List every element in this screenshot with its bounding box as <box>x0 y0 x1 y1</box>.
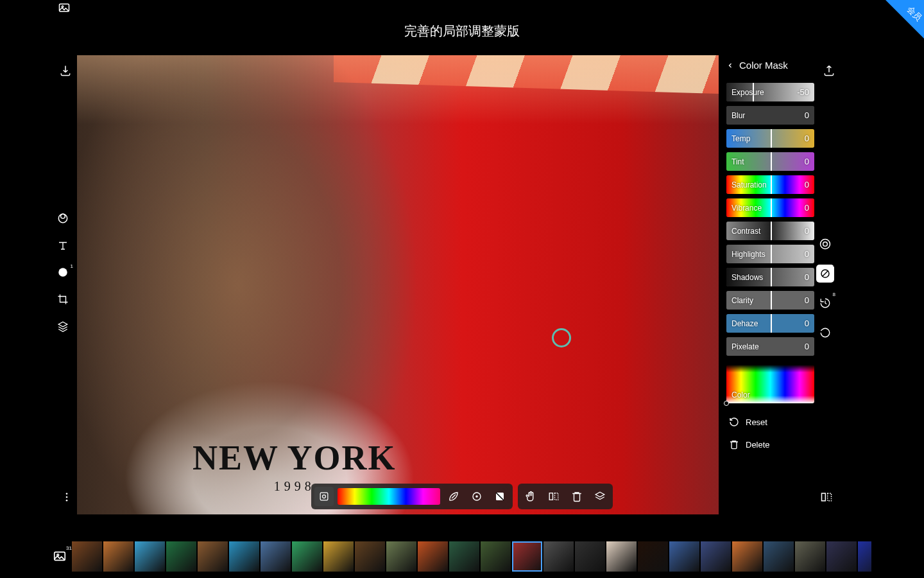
color-sample-point[interactable] <box>552 328 571 347</box>
color-picker-handle[interactable] <box>724 401 729 406</box>
slider-tint[interactable]: Tint0 <box>726 152 814 171</box>
slider-shadows[interactable]: Shadows0 <box>726 268 814 286</box>
thumbnail[interactable] <box>198 541 228 572</box>
split-view-icon[interactable] <box>819 489 834 505</box>
slider-exposure[interactable]: Exposure-50 <box>726 83 814 101</box>
slider-label: Vibrance <box>732 204 762 213</box>
slider-pixelate[interactable]: Pixelate0 <box>726 337 814 356</box>
thumbnail-strip: 31 <box>53 541 871 572</box>
slider-value: 0 <box>805 134 809 143</box>
thumbnail[interactable] <box>261 541 291 572</box>
thumbnail[interactable] <box>512 541 542 572</box>
slider-saturation[interactable]: Saturation0 <box>726 175 814 194</box>
crop-tool-icon[interactable] <box>55 292 71 307</box>
svg-point-13 <box>66 493 68 495</box>
slider-dehaze[interactable]: Dehaze0 <box>726 314 814 333</box>
thumbnail[interactable] <box>449 541 479 572</box>
slider-marker <box>771 222 772 240</box>
face-tool-icon[interactable]: 1 <box>55 265 71 280</box>
thumbnail[interactable] <box>575 541 605 572</box>
thumbnail[interactable] <box>606 541 637 572</box>
slider-value: 0 <box>805 249 809 259</box>
thumbnail[interactable] <box>386 541 416 572</box>
svg-point-15 <box>66 500 68 502</box>
hand-tool-icon[interactable] <box>521 487 540 506</box>
slider-value: 0 <box>805 180 809 189</box>
point-tool-icon[interactable] <box>467 487 486 506</box>
image-canvas[interactable]: NEW YORK 1998 <box>77 55 719 514</box>
thumbnail[interactable] <box>764 541 794 572</box>
slider-clarity[interactable]: Clarity0 <box>726 291 814 310</box>
layers-tool-icon[interactable] <box>590 487 610 506</box>
slider-label: Dehaze <box>732 319 758 328</box>
color-tool-group <box>311 484 513 509</box>
trash-tool-icon[interactable] <box>567 487 586 506</box>
slider-vibrance[interactable]: Vibrance0 <box>726 198 814 217</box>
thumbnail[interactable] <box>732 541 762 572</box>
slider-marker <box>771 268 772 286</box>
svg-rect-6 <box>320 493 328 500</box>
history-icon[interactable]: 8 <box>816 294 834 312</box>
invert-tool-icon[interactable] <box>490 487 509 506</box>
library-button[interactable]: 31 <box>53 549 67 563</box>
thumbnail[interactable] <box>543 541 574 572</box>
thumbnail[interactable] <box>355 541 385 572</box>
slider-temp[interactable]: Temp0 <box>726 129 814 148</box>
svg-rect-12 <box>555 493 558 500</box>
reset-button[interactable]: Reset <box>726 413 814 431</box>
slider-marker <box>771 314 772 333</box>
slider-value: 0 <box>805 110 809 120</box>
slider-value: 0 <box>805 342 809 351</box>
library-icon[interactable] <box>56 0 72 15</box>
thumbnail[interactable] <box>323 541 354 572</box>
slider-value: 0 <box>805 272 809 282</box>
slider-label: Pixelate <box>732 342 759 351</box>
text-tool-icon[interactable] <box>55 238 71 253</box>
undo-icon[interactable] <box>816 324 834 342</box>
thumbnail[interactable] <box>669 541 699 572</box>
bottom-toolbar <box>311 484 613 509</box>
thumbnail[interactable] <box>481 541 511 572</box>
eyedropper-tool-icon[interactable] <box>314 487 334 506</box>
thumbnail[interactable] <box>103 541 133 572</box>
svg-rect-17 <box>828 493 832 501</box>
thumbnail[interactable] <box>638 541 668 572</box>
canvas-tool-group <box>518 484 613 509</box>
slider-contrast[interactable]: Contrast0 <box>726 222 814 240</box>
color-picker[interactable]: Color <box>726 365 814 403</box>
more-menu-icon[interactable] <box>59 489 74 505</box>
svg-point-7 <box>323 495 326 498</box>
slider-marker <box>771 198 772 217</box>
thumbnail[interactable] <box>701 541 731 572</box>
hue-spectrum-slider[interactable] <box>338 488 440 505</box>
slider-blur[interactable]: Blur0 <box>726 106 814 125</box>
thumbnail[interactable] <box>135 541 165 572</box>
thumbnail[interactable] <box>72 541 102 572</box>
thumbnail[interactable] <box>292 541 322 572</box>
svg-point-2 <box>58 268 67 277</box>
compare-tool-icon[interactable] <box>544 487 563 506</box>
panel-title: Color Mask <box>739 60 788 71</box>
adjust-icon[interactable] <box>55 211 71 226</box>
thumbnail[interactable] <box>826 541 857 572</box>
slider-value: 0 <box>805 203 809 213</box>
feather-tool-icon[interactable] <box>444 487 463 506</box>
layers-icon[interactable] <box>55 319 71 334</box>
back-chevron-icon[interactable] <box>726 60 734 71</box>
thumbnail[interactable] <box>166 541 196 572</box>
thumbnail[interactable] <box>229 541 259 572</box>
color-mask-icon[interactable]: 1 <box>816 265 834 283</box>
svg-point-1 <box>61 214 65 218</box>
slider-value: 0 <box>805 295 809 305</box>
radial-mask-icon[interactable] <box>816 235 834 253</box>
thumbnail[interactable] <box>858 541 871 572</box>
slider-highlights[interactable]: Highlights0 <box>726 245 814 263</box>
right-toolbar: 1 8 <box>816 63 834 342</box>
thumbnail[interactable] <box>418 541 448 572</box>
delete-button[interactable]: Delete <box>726 435 814 453</box>
slider-label: Shadows <box>732 273 763 282</box>
panel-header: Color Mask <box>726 60 814 71</box>
slider-marker <box>771 245 772 263</box>
thumbnail[interactable] <box>795 541 825 572</box>
svg-rect-16 <box>822 493 826 501</box>
